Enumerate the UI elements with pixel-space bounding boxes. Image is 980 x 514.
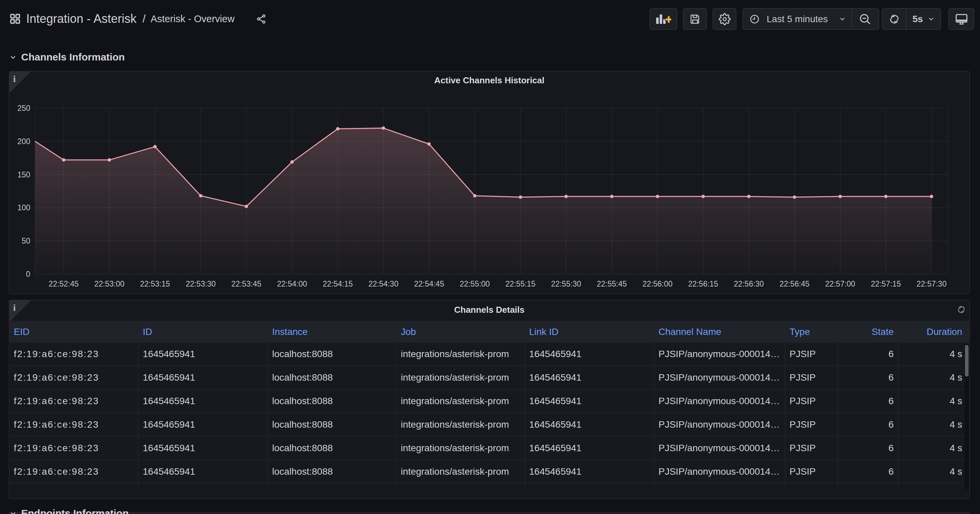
svg-text:22:54:15: 22:54:15	[323, 280, 353, 288]
svg-text:22:55:15: 22:55:15	[505, 280, 536, 288]
svg-text:22:56:30: 22:56:30	[734, 280, 764, 288]
svg-text:22:54:45: 22:54:45	[414, 280, 444, 288]
svg-text:22:57:15: 22:57:15	[871, 280, 901, 288]
svg-text:22:57:00: 22:57:00	[825, 280, 855, 288]
svg-text:22:56:45: 22:56:45	[780, 280, 810, 288]
svg-text:22:56:00: 22:56:00	[642, 280, 673, 288]
svg-text:100: 100	[18, 203, 30, 212]
svg-text:22:53:30: 22:53:30	[186, 280, 216, 288]
svg-text:22:54:30: 22:54:30	[368, 280, 398, 288]
svg-text:22:53:15: 22:53:15	[140, 280, 170, 288]
svg-text:22:54:00: 22:54:00	[277, 280, 307, 288]
svg-text:22:55:45: 22:55:45	[597, 280, 627, 288]
svg-text:0: 0	[26, 270, 30, 278]
svg-text:22:52:45: 22:52:45	[49, 280, 79, 288]
svg-text:22:53:45: 22:53:45	[231, 280, 262, 288]
svg-text:50: 50	[22, 237, 30, 245]
svg-text:22:57:30: 22:57:30	[916, 280, 947, 288]
svg-text:22:56:15: 22:56:15	[688, 280, 718, 288]
svg-text:22:55:30: 22:55:30	[551, 280, 581, 288]
svg-text:250: 250	[18, 104, 30, 113]
svg-text:22:53:00: 22:53:00	[94, 280, 125, 288]
svg-text:200: 200	[18, 137, 30, 146]
svg-text:150: 150	[18, 170, 30, 179]
svg-text:22:55:00: 22:55:00	[460, 280, 490, 288]
